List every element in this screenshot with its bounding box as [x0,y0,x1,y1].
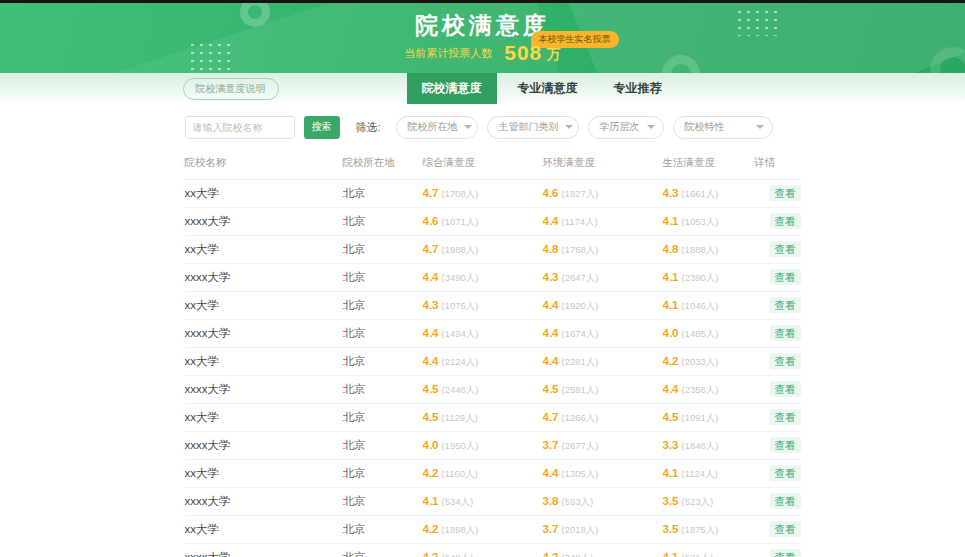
life-score: 4.1 [663,299,679,311]
overall-satisfaction-cell: 4.2(1160人) [423,460,543,488]
environment-satisfaction-cell: 4.4(1305人) [543,460,663,488]
environment-vote-count: (1768人) [562,244,599,255]
school-search-input[interactable] [185,116,295,139]
header-detail: 详情 [755,148,801,180]
detail-cell: 查看 [755,264,801,292]
table-row: xx大学 北京 4.7(1988人) 4.8(1768人) 4.8(1888人)… [185,236,801,264]
environment-vote-count: (2581人) [562,384,599,395]
school-location: 北京 [343,432,423,460]
view-detail-link[interactable]: 查看 [770,185,801,201]
table-row: xxxx大学 北京 4.4(3490人) 4.3(2647人) 4.1(2390… [185,264,801,292]
overall-vote-count: (1160人) [442,468,478,479]
tab-major-recommend[interactable]: 专业推荐 [599,73,677,104]
environment-vote-count: (2018人) [562,524,599,535]
chevron-down-icon [647,125,655,129]
school-location: 北京 [343,516,423,544]
view-detail-link[interactable]: 查看 [770,493,801,509]
overall-satisfaction-cell: 4.4(2124人) [423,348,543,376]
vote-count-value: 508 [504,41,542,64]
environment-vote-count: (2281人) [562,356,599,367]
environment-vote-count: (1174人) [562,216,598,227]
view-detail-link[interactable]: 查看 [770,213,801,229]
life-score: 3.5 [663,523,679,535]
page-header: 院校满意度 本校学生实名投票 当前累计投票人数 508 万 [0,3,965,73]
table-header-row: 院校名称 院校所在地 综合满意度 环境满意度 生活满意度 详情 [185,148,801,180]
overall-satisfaction-cell: 4.6(1071人) [423,208,543,236]
life-satisfaction-cell: 4.0(1485人) [663,320,755,348]
detail-cell: 查看 [755,404,801,432]
school-name: xxxx大学 [185,264,343,292]
life-score: 4.1 [663,551,679,557]
table-row: xxxx大学 北京 4.2(648人) 4.2(748人) 4.1(631人) … [185,544,801,557]
overall-satisfaction-cell: 4.5(1129人) [423,404,543,432]
filter-authority-select[interactable]: 主管部门类别 [487,116,579,139]
filter-location-select[interactable]: 院校所在地 [396,116,478,139]
filter-authority-label: 主管部门类别 [499,120,559,134]
overall-score: 4.3 [423,299,439,311]
table-row: xx大学 北京 4.7(1708人) 4.6(1827人) 4.3(1661人)… [185,180,801,208]
filter-label: 筛选: [356,120,381,135]
school-location: 北京 [343,404,423,432]
search-button[interactable]: 搜索 [304,116,340,139]
view-detail-link[interactable]: 查看 [770,409,801,425]
view-detail-link[interactable]: 查看 [770,269,801,285]
environment-vote-count: (1305人) [562,468,599,479]
environment-score: 4.7 [543,411,559,423]
table-row: xx大学 北京 4.2(1160人) 4.4(1305人) 4.1(1124人)… [185,460,801,488]
life-vote-count: (2356人) [682,384,719,395]
view-detail-link[interactable]: 查看 [770,549,801,557]
life-score: 4.0 [663,327,679,339]
environment-satisfaction-cell: 3.7(2677人) [543,432,663,460]
school-name: xxxx大学 [185,376,343,404]
environment-score: 3.7 [543,523,559,535]
table-row: xx大学 北京 4.5(1129人) 4.7(1266人) 4.5(1091人)… [185,404,801,432]
tab-major-satisfaction[interactable]: 专业满意度 [503,73,593,104]
overall-vote-count: (1071人) [442,216,479,227]
view-detail-link[interactable]: 查看 [770,353,801,369]
life-vote-count: (1091人) [682,412,719,423]
view-detail-link[interactable]: 查看 [770,297,801,313]
filter-school-trait-select[interactable]: 院校特性 [673,116,773,139]
life-vote-count: (1046人) [682,300,719,311]
life-vote-count: (1888人) [682,244,719,255]
overall-satisfaction-cell: 4.7(1708人) [423,180,543,208]
table-row: xxxx大学 北京 4.0(1950人) 3.7(2677人) 3.3(1846… [185,432,801,460]
overall-vote-count: (1708人) [442,188,479,199]
detail-cell: 查看 [755,460,801,488]
view-detail-link[interactable]: 查看 [770,521,801,537]
school-location: 北京 [343,236,423,264]
view-detail-link[interactable]: 查看 [770,437,801,453]
tab-school-satisfaction[interactable]: 院校满意度 [407,73,497,104]
filter-row: 搜索 筛选: 院校所在地 主管部门类别 学历层次 院校特性 [185,114,781,140]
detail-cell: 查看 [755,544,801,557]
header-location: 院校所在地 [343,148,423,180]
life-score: 4.1 [663,215,679,227]
life-satisfaction-cell: 4.1(631人) [663,544,755,557]
overall-satisfaction-cell: 4.0(1950人) [423,432,543,460]
overall-score: 4.6 [423,215,439,227]
overall-satisfaction-cell: 4.7(1988人) [423,236,543,264]
main-content: 搜索 筛选: 院校所在地 主管部门类别 学历层次 院校特性 院校名称 院校所在地… [185,114,781,557]
overall-score: 4.1 [423,495,439,507]
life-satisfaction-cell: 4.4(2356人) [663,376,755,404]
environment-satisfaction-cell: 3.8(593人) [543,488,663,516]
overall-vote-count: (2124人) [442,356,479,367]
environment-vote-count: (748人) [562,552,594,557]
life-vote-count: (2390人) [682,272,719,283]
environment-score: 4.4 [543,467,559,479]
life-vote-count: (523人) [682,496,714,507]
view-detail-link[interactable]: 查看 [770,325,801,341]
overall-satisfaction-cell: 4.5(2446人) [423,376,543,404]
environment-score: 4.3 [543,271,559,283]
school-name: xxxx大学 [185,488,343,516]
life-vote-count: (1846人) [682,440,719,451]
view-detail-link[interactable]: 查看 [770,241,801,257]
tabs-group: 院校满意度 专业满意度 专业推荐 [407,73,677,104]
view-detail-link[interactable]: 查看 [770,465,801,481]
view-detail-link[interactable]: 查看 [770,381,801,397]
detail-cell: 查看 [755,488,801,516]
filter-degree-level-select[interactable]: 学历层次 [588,116,664,139]
life-satisfaction-cell: 4.1(2390人) [663,264,755,292]
satisfaction-explain-button[interactable]: 院校满意度说明 [183,78,279,100]
environment-score: 4.5 [543,383,559,395]
